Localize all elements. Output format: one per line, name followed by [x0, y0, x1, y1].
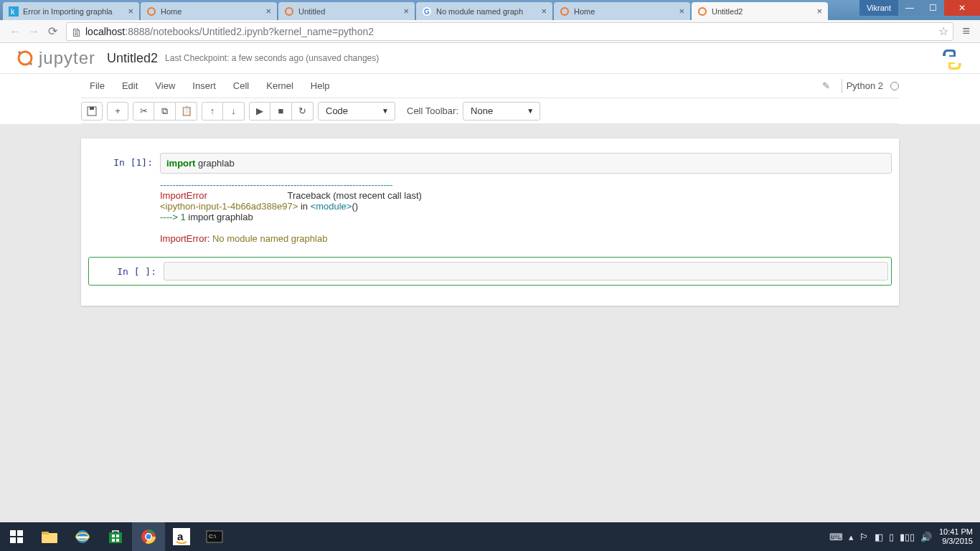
paste-button[interactable]: 📋: [176, 102, 197, 121]
move-down-button[interactable]: ↓: [223, 102, 245, 121]
url-text: localhost:8888/notebooks/Untitled2.ipynb…: [85, 26, 374, 37]
start-button[interactable]: [0, 522, 33, 551]
save-button[interactable]: [81, 102, 103, 121]
cmd-icon[interactable]: C:\: [198, 522, 231, 551]
code-cell-selected[interactable]: In [ ]:: [88, 257, 892, 286]
svg-point-7: [699, 8, 706, 15]
tab-title: Untitled2: [712, 7, 814, 16]
close-icon[interactable]: ×: [128, 6, 133, 17]
window-close-button[interactable]: ✕: [944, 0, 980, 16]
flag-icon[interactable]: 🏳: [859, 532, 869, 542]
tab-title: Untitled: [298, 7, 400, 16]
cell-toolbar-value: None: [471, 105, 493, 116]
code-cell[interactable]: In [1]: import graphlab ----------------…: [88, 151, 892, 250]
wifi-icon[interactable]: ▮▯▯: [900, 532, 915, 542]
favicon-jupyter: [560, 6, 570, 17]
menu-view[interactable]: View: [146, 80, 184, 91]
menu-kernel[interactable]: Kernel: [258, 80, 302, 91]
close-icon[interactable]: ×: [679, 6, 684, 17]
svg-rect-21: [109, 532, 122, 543]
browser-tab[interactable]: G No module named graph ×: [416, 2, 552, 20]
volume-icon[interactable]: 🔊: [920, 532, 932, 542]
svg-rect-15: [10, 537, 16, 543]
close-icon[interactable]: ×: [403, 6, 409, 17]
code-input[interactable]: [164, 262, 888, 281]
checkpoint-status: Last Checkpoint: a few seconds ago (unsa…: [165, 53, 379, 63]
tray-up-icon[interactable]: ▴: [849, 532, 854, 542]
clock[interactable]: 10:41 PM 9/3/2015: [939, 527, 973, 546]
close-icon[interactable]: ×: [541, 6, 547, 17]
svg-rect-16: [17, 537, 23, 543]
tab-title: Home: [574, 7, 676, 16]
security-icon[interactable]: ◧: [875, 532, 883, 542]
menu-file[interactable]: File: [81, 80, 113, 91]
svg-rect-25: [116, 539, 119, 542]
jupyter-mark-icon: [16, 49, 34, 67]
notebook-paper: In [1]: import graphlab ----------------…: [81, 138, 899, 306]
copy-button[interactable]: ⧉: [154, 102, 176, 121]
window-buttons: Vikrant — ☐ ✕: [859, 0, 980, 16]
notebook-title[interactable]: Untitled2: [107, 51, 158, 66]
svg-point-3: [286, 8, 293, 15]
kernel-name: Python 2: [847, 80, 887, 91]
svg-point-10: [29, 62, 32, 65]
chevron-down-icon: ▼: [527, 107, 534, 115]
chrome-menu-icon[interactable]: ≡: [958, 24, 974, 39]
page-icon: 🗎: [71, 27, 81, 37]
favicon-jupyter: [697, 6, 707, 17]
svg-rect-14: [17, 530, 23, 536]
close-icon[interactable]: ×: [816, 6, 822, 17]
forward-button[interactable]: →: [24, 22, 43, 41]
svg-rect-17: [42, 533, 57, 543]
user-chip[interactable]: Vikrant: [859, 0, 898, 16]
stop-button[interactable]: ■: [270, 102, 292, 121]
cell-toolbar-label: Cell Toolbar:: [407, 105, 458, 116]
cut-button[interactable]: ✂: [133, 102, 154, 121]
menu-help[interactable]: Help: [302, 80, 339, 91]
chrome-icon[interactable]: [132, 522, 165, 551]
ie-icon[interactable]: [66, 522, 99, 551]
svg-point-6: [561, 8, 568, 15]
file-explorer-icon[interactable]: [33, 522, 66, 551]
close-icon[interactable]: ×: [265, 6, 271, 17]
svg-rect-22: [112, 534, 115, 537]
browser-tab[interactable]: Untitled ×: [278, 2, 415, 20]
svg-rect-13: [10, 530, 16, 536]
svg-rect-12: [90, 107, 94, 110]
add-cell-button[interactable]: +: [107, 102, 128, 121]
battery-icon[interactable]: ▯: [889, 532, 894, 542]
input-prompt: In [1]:: [88, 153, 160, 248]
code-input[interactable]: import graphlab: [160, 153, 892, 174]
browser-tab[interactable]: k Error in Importing graphla ×: [3, 2, 139, 20]
address-bar[interactable]: 🗎 localhost:8888/notebooks/Untitled2.ipy…: [66, 22, 953, 41]
move-up-button[interactable]: ↑: [202, 102, 223, 121]
store-icon[interactable]: [99, 522, 132, 551]
browser-tab[interactable]: Home ×: [554, 2, 690, 20]
toolbar: + ✂ ⧉ 📋 ↑ ↓ ▶ ■ ↻ Code ▼ Cell Toolbar: N…: [81, 98, 899, 124]
svg-rect-24: [112, 539, 115, 542]
bookmark-icon[interactable]: ☆: [938, 24, 948, 38]
menu-edit[interactable]: Edit: [113, 80, 146, 91]
tab-title: No module named graph: [436, 7, 538, 16]
minimize-button[interactable]: —: [898, 0, 921, 16]
maximize-button[interactable]: ☐: [921, 0, 944, 16]
browser-tab-active[interactable]: Untitled2 ×: [692, 2, 828, 20]
jupyter-logo[interactable]: jupyter: [16, 48, 95, 68]
svg-text:a: a: [177, 530, 184, 542]
restart-button[interactable]: ↻: [292, 102, 314, 121]
cell-toolbar-select[interactable]: None ▼: [463, 102, 540, 121]
keyboard-icon[interactable]: ⌨: [829, 532, 843, 542]
back-button[interactable]: ←: [6, 22, 24, 41]
menu-cell[interactable]: Cell: [225, 80, 258, 91]
notebook-scroll[interactable]: In [1]: import graphlab ----------------…: [0, 124, 980, 334]
browser-tab[interactable]: Home ×: [141, 2, 277, 20]
run-button[interactable]: ▶: [249, 102, 270, 121]
tab-title: Home: [161, 7, 263, 16]
edit-icon[interactable]: ✎: [822, 80, 837, 91]
windows-taskbar: a C:\ ⌨ ▴ 🏳 ◧ ▯ ▮▯▯ 🔊 10:41 PM 9/3/2015: [0, 522, 980, 551]
cell-type-select[interactable]: Code ▼: [318, 102, 395, 121]
amazon-icon[interactable]: a: [165, 522, 198, 551]
menu-insert[interactable]: Insert: [184, 80, 225, 91]
reload-button[interactable]: ⟳: [43, 22, 62, 41]
favicon-k: k: [9, 6, 19, 17]
